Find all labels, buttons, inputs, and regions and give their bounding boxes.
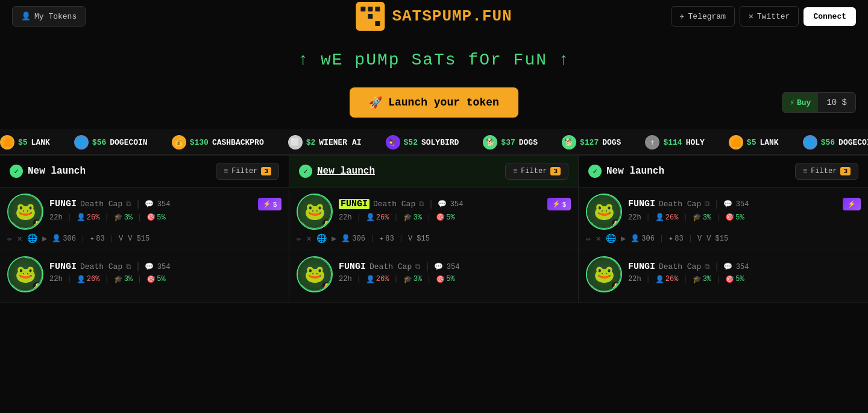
- filter-button-3[interactable]: ≡ Filter 3: [795, 163, 858, 180]
- ticker-bar: 🟧 $5 LANK 🌐 $56 DOGECOIN 💰 $130 CASHBACK…: [0, 130, 868, 155]
- stars-icon-c2: ✦: [379, 234, 383, 243]
- card-top-2: 🐸 🔑 FUNGI Death Cap ⧉ | 💬 354: [7, 256, 281, 292]
- ticker-price: $56: [821, 138, 835, 147]
- filter-icon-3: ≡: [803, 167, 807, 175]
- my-tokens-button[interactable]: 👤 My Tokens: [12, 6, 86, 27]
- copy-icon[interactable]: ⧉: [126, 200, 131, 209]
- dev-icon-2: 🎓: [114, 275, 123, 284]
- ticker-coin-icon: 🌐: [803, 135, 817, 150]
- snipers-icon-2: 🎯: [146, 275, 156, 284]
- token-avatar-3-1: 🐸 🔑: [586, 194, 622, 230]
- card-stats-2: 22h | 👤 26% | 🎓 3% | 🎯: [49, 275, 281, 284]
- launch-section: 🚀 Launch your token ⚡ Buy 10 $: [0, 81, 868, 130]
- share-action-icon[interactable]: ▶: [42, 233, 47, 244]
- person-icon: 👤: [21, 11, 31, 21]
- launch-button[interactable]: 🚀 Launch your token: [350, 87, 518, 118]
- card-actions: ✏ ✕ 🌐 ▶ 👤 306 | ✦ 83 | V V $15: [7, 233, 281, 244]
- dev-icon: 🎓: [114, 213, 123, 222]
- copy-icon-c3-2[interactable]: ⧉: [705, 263, 710, 271]
- token-card-1-2: 🐸 🔑 FUNGI Death Cap ⧉ | 💬 354: [0, 250, 289, 303]
- card-name-row-c3-1: FUNGI Death Cap ⧉ | 💬 354 ⚡: [628, 198, 861, 210]
- column-1-title: ✓ New launch: [10, 165, 86, 178]
- progress-ring-c2-1: [297, 194, 333, 230]
- progress-ring-c2-2: [297, 256, 333, 292]
- filter-button-1[interactable]: ≡ Filter 3: [216, 163, 279, 180]
- copy-icon-c2-2[interactable]: ⧉: [415, 263, 421, 271]
- ticker-name: DOGS: [602, 138, 621, 147]
- ticker-item: ✝️ $114 HOLY: [645, 135, 704, 150]
- svg-point-9: [8, 195, 42, 229]
- globe-action-icon[interactable]: 🌐: [27, 233, 37, 244]
- card-name-row-c2-1: FUNGI Death Cap ⧉ | 💬 354 ⚡ $: [339, 198, 571, 210]
- twitter-x-icon: ✕: [749, 11, 753, 21]
- svg-rect-3: [360, 14, 365, 19]
- dev-icon-c3-2: 🎓: [693, 275, 702, 284]
- boost-button[interactable]: ⚡ $: [258, 198, 281, 210]
- twitter-action-icon-c3[interactable]: ✕: [596, 233, 600, 244]
- holders-icon-c3-2: 👤: [655, 275, 664, 284]
- ticker-name: CASHBACKPRO: [212, 138, 264, 147]
- card-actions-c3: ✏ ✕ 🌐 ▶ 👤 306 | ✦ 83 | V V $15: [586, 233, 861, 244]
- chat-icon-c2-1: 💬: [438, 200, 447, 209]
- boost-button-c3[interactable]: ⚡: [843, 198, 861, 210]
- card-stats-c3-1: 22h | 👤 26% | 🎓 3% | 🎯: [628, 213, 861, 222]
- share-action-icon-c2[interactable]: ▶: [332, 233, 336, 244]
- ticker-name: LANK: [760, 138, 778, 147]
- ticker-price: $37: [501, 138, 515, 147]
- dev-icon-c2-2: 🎓: [403, 275, 412, 284]
- column-3-title: ✓ New launch: [588, 165, 664, 178]
- lightning-boost-icon-c2: ⚡: [552, 200, 561, 208]
- card-info: FUNGI Death Cap ⧉ | 💬 354 ⚡ $ 22h |: [49, 198, 281, 225]
- ticker-price: $130: [190, 138, 209, 147]
- ticker-item: 🌐 $56 DOGECOIN: [803, 135, 868, 150]
- card-top-c3-2: 🐸 🔑 FUNGI Death Cap ⧉ | 💬 354: [586, 256, 861, 292]
- twitter-button[interactable]: ✕ Twitter: [740, 6, 799, 27]
- edit-icon-c3[interactable]: ✏: [586, 233, 591, 244]
- lightning-boost-icon-c3: ⚡: [848, 200, 856, 208]
- card-info-2: FUNGI Death Cap ⧉ | 💬 354 22h | 👤 26%: [49, 262, 281, 288]
- filter-button-2[interactable]: ≡ Filter 3: [505, 163, 568, 180]
- globe-action-icon-c3[interactable]: 🌐: [606, 233, 616, 244]
- globe-action-icon-c2[interactable]: 🌐: [316, 233, 327, 244]
- copy-icon-c3-1[interactable]: ⧉: [705, 200, 710, 209]
- my-tokens-label: My Tokens: [34, 12, 77, 21]
- card-info-c2-2: FUNGI Death Cap ⧉ | 💬 354 22h | 👤 26%: [339, 262, 571, 288]
- ticker-coin-icon: 🟧: [0, 135, 14, 150]
- ticker-price: $114: [663, 138, 682, 147]
- lightning-boost-icon: ⚡: [263, 200, 271, 208]
- stars-icon-c3: ✦: [668, 234, 673, 243]
- token-card-1-1: 🐸 🔑 FUNGI Death Cap ⧉ | 💬 354: [0, 188, 289, 250]
- svg-point-11: [298, 195, 332, 229]
- column-3-header: ✓ New launch ≡ Filter 3: [579, 156, 868, 188]
- holders-count-icon: 👤: [52, 234, 61, 243]
- progress-ring: [7, 194, 43, 230]
- chat-icon: 💬: [145, 200, 154, 209]
- edit-icon-c2[interactable]: ✏: [297, 233, 301, 244]
- card-name-row-c3-2: FUNGI Death Cap ⧉ | 💬 354: [628, 262, 861, 273]
- svg-rect-4: [368, 14, 373, 19]
- edit-icon[interactable]: ✏: [7, 233, 12, 244]
- holders-icon: 👤: [77, 213, 86, 222]
- share-action-icon-c3[interactable]: ▶: [621, 233, 626, 244]
- chat-icon-c2-2: 💬: [434, 262, 443, 271]
- snipers-icon: 🎯: [146, 213, 156, 222]
- progress-ring-c3-1: [586, 194, 622, 230]
- token-avatar-3-2: 🐸 🔑: [586, 256, 622, 292]
- token-card-3-1: 🐸 🔑 FUNGI Death Cap ⧉ | 💬 354: [579, 188, 868, 250]
- check-icon-3: ✓: [588, 165, 602, 178]
- card-info-c3-2: FUNGI Death Cap ⧉ | 💬 354 22h | 👤 26%: [628, 262, 861, 288]
- copy-icon-c2-1[interactable]: ⧉: [419, 200, 424, 209]
- telegram-button[interactable]: ✈ Telegram: [671, 6, 735, 27]
- boost-button-c2[interactable]: ⚡ $: [547, 198, 571, 210]
- copy-icon-2[interactable]: ⧉: [126, 263, 131, 271]
- twitter-action-icon-c2[interactable]: ✕: [306, 233, 311, 244]
- dev-icon-c2: 🎓: [403, 213, 412, 222]
- ticker-coin-icon: 💰: [172, 135, 186, 150]
- card-top-c2-2: 🐸 🔑 FUNGI Death Cap ⧉ | 💬 354: [297, 256, 571, 292]
- connect-button[interactable]: Connect: [804, 7, 856, 26]
- ticker-name: LANK: [31, 138, 50, 147]
- logo-text: SATSPUMP.FUN: [392, 7, 512, 25]
- ticker-price: $56: [92, 138, 106, 147]
- twitter-action-icon[interactable]: ✕: [17, 233, 22, 244]
- stars-count-c3: ✦ 83: [668, 234, 684, 243]
